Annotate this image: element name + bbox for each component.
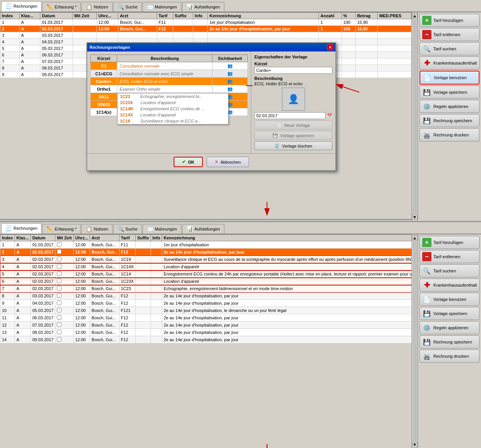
mitzeit-check-11[interactable] bbox=[57, 322, 61, 327]
col-klas[interactable]: Klas... bbox=[19, 13, 40, 19]
rechnung-drucken-btn-top[interactable]: 🖨️ Rechnung drucken bbox=[420, 128, 479, 141]
col-uhrz[interactable]: Uhrz... bbox=[97, 13, 118, 19]
b-col-suffix[interactable]: Suffix bbox=[136, 235, 151, 241]
mitzeit-check-13[interactable] bbox=[57, 337, 61, 342]
tarif-entfernen-btn-top[interactable]: − Tarif entfernen bbox=[420, 28, 479, 41]
col-kurzel[interactable]: Kürzel bbox=[91, 55, 117, 62]
template-row-c1ecg[interactable]: C1+ECG Consultation normale avec ECG sim… bbox=[91, 70, 248, 78]
col-mitzeit[interactable]: Mit Zeit bbox=[73, 13, 97, 19]
tab-aufstellungen-bottom[interactable]: 📊 Aufstellungen bbox=[182, 224, 224, 234]
bottom-table-row-12[interactable]: 12A07.03.201712:00Bosch, Gui...F122e au … bbox=[0, 322, 412, 329]
b-col-arzt[interactable]: Arzt bbox=[90, 235, 119, 241]
mitzeit-check-0[interactable] bbox=[57, 242, 61, 247]
regeln-btn-bottom[interactable]: ⚙️ Regeln applizieren bbox=[420, 321, 479, 334]
col-datum[interactable]: Datum bbox=[40, 13, 73, 19]
tab-suche[interactable]: 🔍 Suche bbox=[113, 2, 142, 12]
b-col-index[interactable]: Index bbox=[0, 235, 15, 241]
bottom-table-row-2[interactable]: 2A02.03.201712:00Bosch, Gui...F122e au 1… bbox=[0, 249, 412, 256]
calendar-icon[interactable]: 📅 bbox=[327, 113, 332, 118]
neue-vorlage-btn[interactable]: 📄 Neue Vorlage bbox=[254, 121, 332, 129]
b-col-klas[interactable]: Klas... bbox=[15, 235, 30, 241]
kurzel-prop-input[interactable] bbox=[254, 67, 332, 74]
bottom-table-row-10[interactable]: 10A05.03.201712:00Bosch, Gui...F1212e au… bbox=[0, 307, 412, 314]
b-col-uhrz[interactable]: Uhrz... bbox=[73, 235, 90, 241]
template-row-cardio[interactable]: Cardio+ ECG, Holter ECG et echo 👥 bbox=[91, 78, 248, 85]
mitzeit-check-7[interactable] bbox=[57, 293, 61, 298]
tarif-hinzufugen-btn-top[interactable]: + Tarif hinzufügen bbox=[420, 14, 479, 27]
col-beschreibung[interactable]: Beschreibung bbox=[117, 55, 212, 62]
bottom-table-row-13[interactable]: 13A08.03.201712:00Bosch, Gui...F122e au … bbox=[0, 329, 412, 336]
krankenhaus-btn-bottom[interactable]: ✚ Krankenhausaufenthalt bbox=[420, 279, 479, 292]
tab-mahnungen[interactable]: ✉️ Mahnungen bbox=[143, 2, 181, 12]
vorlage-loschen-btn[interactable]: 🗑️ Vorlage löschen bbox=[254, 141, 332, 150]
mitzeit-check-1[interactable] bbox=[57, 249, 61, 254]
bottom-table-row-9[interactable]: 9A04.03.201712:00Bosch, Gui...F122e au 1… bbox=[0, 300, 412, 307]
tab-mahnungen-bottom[interactable]: ✉️ Mahnungen bbox=[143, 224, 181, 234]
col-info[interactable]: Info bbox=[193, 13, 207, 19]
scrollbar-down-top[interactable]: ▼ bbox=[412, 214, 418, 220]
template-row-6a11[interactable]: 6A11 1C23 Echographie, enregistrement bi… bbox=[91, 93, 248, 101]
b-col-info[interactable]: Info bbox=[151, 235, 162, 241]
template-row-ortho[interactable]: Ortho1 Examen Ortho simple 👥 bbox=[91, 85, 248, 93]
rechnung-drucken-btn-bottom[interactable]: 🖨️ Rechnung drucken bbox=[420, 350, 479, 363]
date-input[interactable] bbox=[254, 112, 325, 119]
tab-notizen[interactable]: 📋 Notizen bbox=[81, 2, 112, 12]
vorlage-speichern-btn-bottom[interactable]: 💾 Vorlage speichern bbox=[420, 307, 479, 320]
dropdown-item-1c14x[interactable]: 1C14X Location d'appareil bbox=[118, 112, 228, 118]
ok-button[interactable]: ✔ OK bbox=[174, 157, 203, 167]
tab-rechnungen-bottom[interactable]: 🧾 Rechnungen bbox=[1, 223, 41, 234]
dropdown-item-1c14r[interactable]: 1C14R Enregistrement ECG continu de ... bbox=[118, 106, 228, 112]
tab-notizen-bottom[interactable]: 📋 Notizen bbox=[81, 224, 112, 234]
bottom-table-row-5[interactable]: 5A02.03.201712:00Bosch, Gui...1C14Enregi… bbox=[0, 270, 412, 278]
bottom-table-row-11[interactable]: 11A06.03.201712:00Bosch, Gui...F122e au … bbox=[0, 314, 412, 322]
dropdown-item-1c23x[interactable]: 1C23X Location d'appareil bbox=[118, 100, 228, 106]
top-table-row-2[interactable]: 2A02.03.201712:00Bosch, Gui...F122e au 1… bbox=[0, 26, 411, 32]
tarif-hinzufugen-btn-bottom[interactable]: + Tarif hinzufügen bbox=[420, 236, 479, 249]
tab-rechnungen[interactable]: 🧾 Rechnungen bbox=[1, 1, 41, 12]
mitzeit-check-12[interactable] bbox=[57, 330, 61, 334]
b-col-datum[interactable]: Datum bbox=[31, 235, 55, 241]
col-tarif[interactable]: Tarif bbox=[157, 13, 173, 19]
top-table-row-3[interactable]: 3A03.03.2017 bbox=[0, 32, 411, 39]
bottom-table-row-7[interactable]: 7A02.03.201712:00Bosch, Gui...1C23Echogr… bbox=[0, 285, 412, 292]
regeln-btn-top[interactable]: ⚙️ Regeln applizieren bbox=[420, 100, 479, 113]
mitzeit-check-3[interactable] bbox=[57, 264, 61, 269]
col-suffix[interactable]: Suffix bbox=[173, 13, 193, 19]
tab-aufstellungen[interactable]: 📊 Aufstellungen bbox=[182, 2, 224, 12]
b-col-tarif[interactable]: Tarif bbox=[119, 235, 136, 241]
mitzeit-check-8[interactable] bbox=[57, 300, 61, 305]
col-arzt[interactable]: Arzt bbox=[118, 13, 157, 19]
col-index[interactable]: Index bbox=[0, 13, 20, 19]
tab-suche-bottom[interactable]: 🔍 Suche bbox=[113, 224, 142, 234]
dropdown-item-1c23[interactable]: 1C23 Echographie, enregistrement bi... bbox=[118, 93, 228, 100]
b-col-kennzeichnung[interactable]: Kennzeichnung bbox=[162, 235, 411, 241]
mitzeit-check-9[interactable] bbox=[57, 308, 61, 312]
col-med[interactable]: MED.PRES bbox=[378, 13, 411, 19]
template-row-c1[interactable]: C1 Consultation normale 👥 bbox=[91, 62, 248, 70]
bottom-table-row-3[interactable]: 3A02.03.201712:00Bosch, Gui...1C19Survei… bbox=[0, 256, 412, 263]
vorlage-benutzen-btn-bottom[interactable]: 📄 Vorlage benutzen bbox=[420, 293, 479, 306]
col-kennzeichnung[interactable]: Kennzeichnung bbox=[208, 13, 319, 19]
scrollbar-up-bottom[interactable]: ▲ bbox=[412, 235, 418, 241]
mitzeit-check-2[interactable] bbox=[57, 257, 61, 261]
tab-erfassung[interactable]: ✏️ Erfassung * bbox=[42, 2, 81, 12]
vorlage-speichern-modal-btn[interactable]: 💾 Vorlage speichern bbox=[254, 131, 332, 140]
mitzeit-check-5[interactable] bbox=[57, 279, 61, 283]
bottom-table-row-1[interactable]: 1A01.03.201712:00Bosch, Gui...F111er jou… bbox=[0, 241, 412, 249]
tarif-suchen-btn-top[interactable]: 🔍 Tarif suchen bbox=[420, 42, 479, 55]
krankenhaus-btn-top[interactable]: ✚ Krankenhausaufenthalt bbox=[420, 56, 479, 70]
top-table-row-1[interactable]: 1A01.03.201712:00Bosch, Gui...F111er jou… bbox=[0, 19, 411, 26]
abbrechen-button[interactable]: ✕ Abbrechen bbox=[207, 157, 249, 167]
tab-erfassung-bottom[interactable]: ✏️ Erfassung * bbox=[42, 224, 81, 234]
rechnung-speichern-btn-bottom[interactable]: 💾 Rechnung speichern bbox=[420, 335, 479, 348]
col-anzahl[interactable]: Anzahl bbox=[319, 13, 342, 19]
mitzeit-check-6[interactable] bbox=[57, 286, 61, 290]
bottom-table-row-14[interactable]: 14A09.03.201712:00Bosch, Gui...F122e au … bbox=[0, 336, 412, 343]
tarif-entfernen-btn-bottom[interactable]: − Tarif entfernen bbox=[420, 250, 479, 263]
mitzeit-check-10[interactable] bbox=[57, 315, 61, 320]
tarif-suchen-btn-bottom[interactable]: 🔍 Tarif suchen bbox=[420, 264, 479, 277]
bottom-table-row-4[interactable]: 4A02.03.201712:00Bosch, Gui...1C14XLocat… bbox=[0, 263, 412, 270]
dropdown-item-1c19[interactable]: 1C19 Surveillance clinique et ECG a... bbox=[118, 118, 228, 124]
b-col-mitzeit[interactable]: Mit Zeit bbox=[55, 235, 74, 241]
col-pct[interactable]: % bbox=[342, 13, 355, 19]
